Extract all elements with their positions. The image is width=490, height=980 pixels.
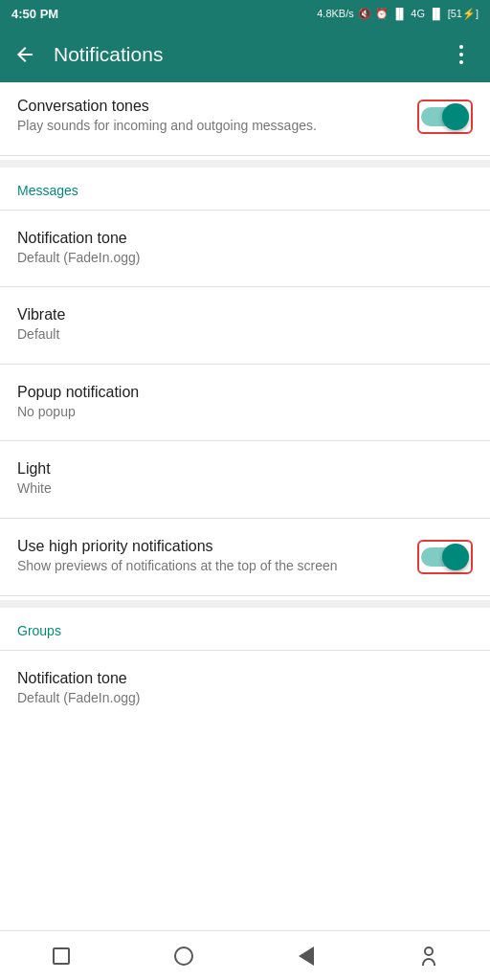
more-options-button[interactable] [440,33,482,76]
vibrate-text: Vibrate Default [17,306,473,345]
person-head [424,947,434,956]
notification-tone-title: Notification tone [17,230,473,247]
groups-section-header: Groups [0,608,490,646]
notification-tone-text: Notification tone Default (FadeIn.ogg) [17,230,473,268]
divider-2 [0,210,490,211]
light-title: Light [17,460,473,478]
conversation-tones-item[interactable]: Conversation tones Play sounds for incom… [0,82,490,151]
high-priority-title: Use high priority notifications [17,538,417,555]
conversation-tones-toggle[interactable] [421,103,469,130]
high-priority-text: Use high priority notifications Show pre… [17,538,417,576]
high-priority-toggle[interactable] [421,544,469,570]
groups-notification-tone-subtitle: Default (FadeIn.ogg) [17,689,473,708]
person-body [422,958,435,966]
page-title: Notifications [54,43,440,66]
home-button[interactable] [155,935,212,977]
recent-apps-button[interactable] [33,935,90,977]
popup-notification-text: Popup notification No popup [17,384,473,422]
conversation-tones-title: Conversation tones [17,98,417,115]
high-priority-item[interactable]: Use high priority notifications Show pre… [0,523,490,591]
signal2-icon: ▐▌ [429,8,444,19]
light-text: Light White [17,460,473,499]
signal-icon: ▐▌ [392,8,408,19]
notification-tone-item[interactable]: Notification tone Default (FadeIn.ogg) [0,214,490,283]
vibrate-item[interactable]: Vibrate Default [0,291,490,360]
status-time: 4:50 PM [11,7,58,21]
groups-notification-tone-text: Notification tone Default (FadeIn.ogg) [17,670,473,708]
mute-icon: 🔇 [358,8,371,20]
groups-notification-tone-item[interactable]: Notification tone Default (FadeIn.ogg) [0,655,490,724]
divider-6 [0,518,490,519]
battery-icon: [51⚡] [448,8,479,20]
popup-notification-title: Popup notification [17,384,473,401]
triangle-icon [299,947,314,966]
three-dots-icon [459,45,463,64]
messages-section-header: Messages [0,167,490,206]
section-divider-2 [0,600,490,608]
divider-4 [0,364,490,365]
light-subtitle: White [17,479,473,499]
conversation-tones-subtitle: Play sounds for incoming and outgoing me… [17,117,417,136]
toggle-thumb [442,103,469,130]
light-item[interactable]: Light White [0,445,490,514]
bottom-navigation [0,930,490,980]
high-priority-subtitle: Show previews of notifications at the to… [17,557,417,576]
status-icons: 4.8KB/s 🔇 ⏰ ▐▌ 4G ▐▌ [51⚡] [317,8,479,20]
status-bar: 4:50 PM 4.8KB/s 🔇 ⏰ ▐▌ 4G ▐▌ [51⚡] [0,0,490,27]
app-bar: Notifications [0,27,490,82]
conversation-tones-text: Conversation tones Play sounds for incom… [17,98,417,136]
divider-1 [0,155,490,156]
notification-tone-subtitle: Default (FadeIn.ogg) [17,249,473,268]
alarm-icon: ⏰ [375,8,389,20]
conversation-tones-toggle-wrapper[interactable] [417,100,473,134]
divider-3 [0,286,490,287]
divider-8 [0,650,490,651]
divider-5 [0,440,490,441]
groups-notification-tone-title: Notification tone [17,670,473,687]
network-speed: 4.8KB/s [317,8,354,19]
popup-notification-subtitle: No popup [17,403,473,422]
lte-icon: 4G [411,8,425,19]
back-nav-button[interactable] [278,935,335,977]
back-button[interactable] [4,33,46,76]
section-divider-1 [0,160,490,167]
square-icon [53,947,70,965]
person-icon [422,947,435,966]
toggle-thumb-2 [442,544,469,570]
vibrate-title: Vibrate [17,306,473,323]
vibrate-subtitle: Default [17,325,473,345]
high-priority-toggle-wrapper[interactable] [417,540,473,574]
divider-7 [0,595,490,596]
accessibility-button[interactable] [400,935,457,977]
circle-icon [174,947,193,966]
popup-notification-item[interactable]: Popup notification No popup [0,368,490,437]
settings-content: Conversation tones Play sounds for incom… [0,82,490,930]
